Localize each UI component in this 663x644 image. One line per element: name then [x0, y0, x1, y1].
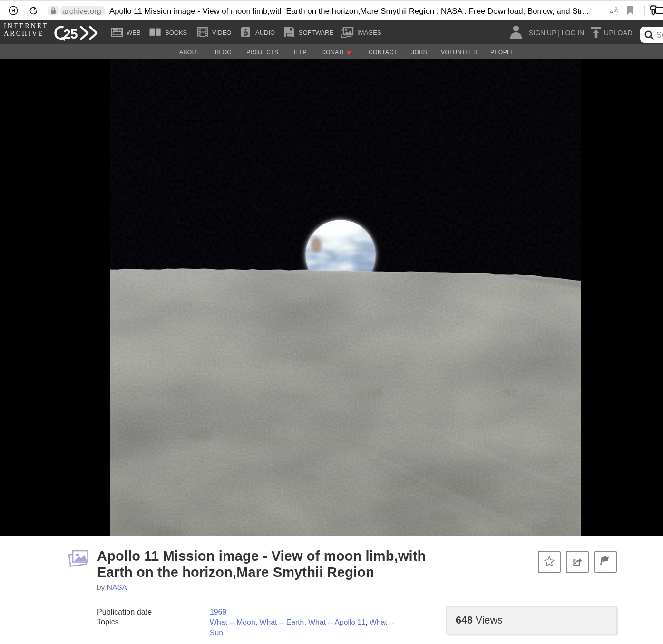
- svg-text:あ: あ: [613, 6, 619, 12]
- svg-text:Я: Я: [11, 8, 15, 13]
- svg-text:25: 25: [63, 26, 78, 41]
